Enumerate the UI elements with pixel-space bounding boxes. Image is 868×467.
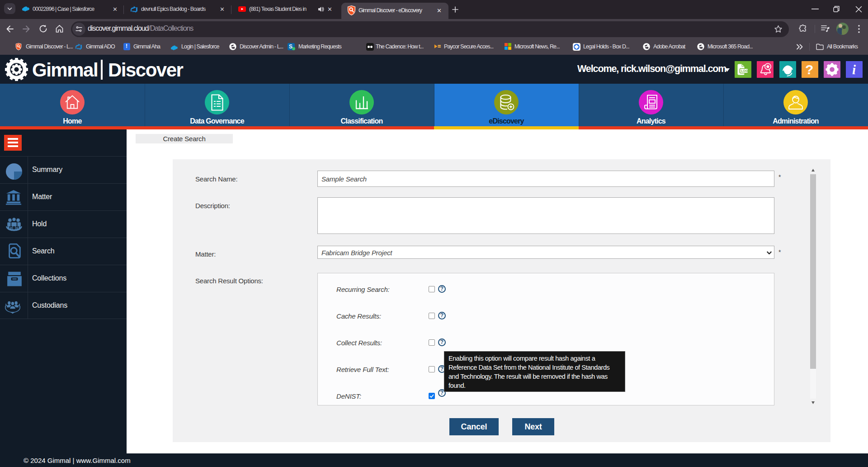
svg-text:LOG: LOG <box>741 69 748 72</box>
